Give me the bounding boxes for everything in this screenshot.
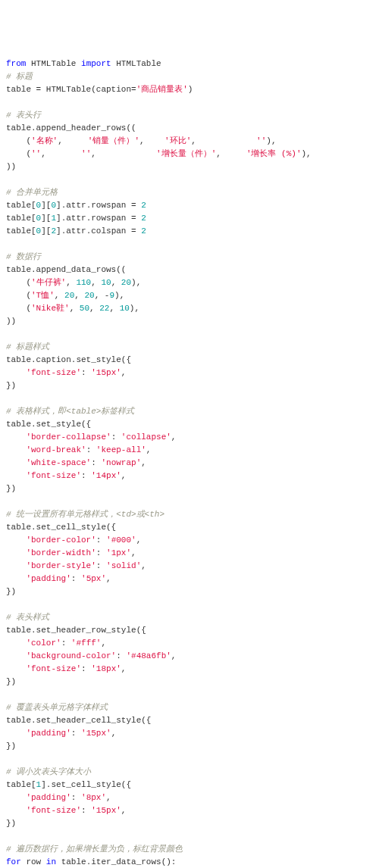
- code-token: # 标题样式: [6, 342, 49, 351]
- code-token: :: [111, 432, 121, 442]
- code-token: import: [81, 59, 111, 68]
- code-token: ][: [41, 201, 51, 210]
- code-token: :: [81, 806, 91, 815]
- code-token: '1px': [106, 548, 131, 557]
- code-token: ,: [171, 651, 177, 660]
- code-token: ),: [131, 278, 141, 287]
- code-token: 'word-break': [26, 445, 86, 454]
- code-token: table.set_style({: [6, 420, 91, 429]
- code-token: 20: [84, 291, 94, 300]
- code-token: [6, 432, 26, 442]
- code-token: (: [6, 149, 31, 158]
- code-token: ,: [101, 639, 106, 648]
- code-token: 'border-color': [26, 535, 96, 545]
- code-token: ),: [266, 136, 276, 145]
- code-token: [6, 368, 26, 377]
- code-token: 10: [120, 304, 130, 313]
- code-token: (: [6, 304, 31, 313]
- code-token: ].set_cell_style({: [41, 780, 131, 789]
- code-token: 'padding': [26, 793, 70, 802]
- code-token: table[: [6, 780, 36, 789]
- code-token: :: [81, 664, 91, 673]
- code-token: table[: [6, 214, 36, 223]
- code-token: }): [6, 484, 16, 493]
- code-token: [6, 729, 26, 738]
- code-token: 110: [76, 278, 91, 287]
- code-token: table.set_header_row_style({: [6, 626, 146, 635]
- code-token: [6, 471, 26, 480]
- code-token: ),: [301, 149, 311, 158]
- code-token: # 合并单元格: [6, 188, 58, 197]
- code-token: # 表头行: [6, 111, 41, 120]
- code-token: # 覆盖表头单元格字体样式: [6, 703, 108, 712]
- code-token: '#000': [106, 535, 136, 545]
- code-token: '销量（件）': [88, 136, 139, 145]
- code-token: ): [188, 85, 193, 94]
- code-token: 'border-collapse': [26, 432, 111, 442]
- code-token: )): [6, 317, 16, 326]
- code-token: ,: [139, 136, 164, 145]
- code-token: :: [61, 639, 71, 648]
- code-token: '增长量（件）': [156, 149, 216, 158]
- code-token: '5px': [81, 574, 106, 583]
- code-token: ].attr.rowspan =: [56, 201, 141, 210]
- code-token: '牛仔裤': [31, 278, 66, 287]
- code-token: 'border-style': [26, 561, 96, 570]
- code-token: ,: [141, 458, 146, 467]
- code-token: 'font-size': [26, 471, 81, 480]
- code-token: 10: [101, 278, 111, 287]
- code-token: }): [6, 742, 16, 751]
- code-token: table.set_header_cell_style({: [6, 716, 151, 725]
- code-token: ,: [141, 561, 146, 570]
- code-token: 'background-color': [26, 651, 116, 660]
- code-token: [6, 548, 26, 557]
- code-token: ,: [146, 445, 152, 454]
- code-token: from: [6, 59, 26, 68]
- code-token: 'padding': [26, 729, 70, 738]
- code-token: ,: [131, 548, 136, 557]
- code-token: :: [96, 561, 106, 570]
- code-token: ][: [41, 214, 51, 223]
- code-token: ,: [121, 368, 127, 377]
- code-token: ,: [106, 793, 111, 802]
- code-token: [6, 445, 26, 454]
- code-token: 22: [99, 304, 109, 313]
- code-token: '15px': [91, 806, 121, 815]
- code-token: ),: [130, 304, 139, 313]
- code-token: '15px': [81, 729, 111, 738]
- code-token: (: [6, 291, 31, 300]
- code-token: 'T恤': [31, 291, 55, 300]
- code-token: ,: [106, 574, 111, 583]
- code-token: 'collapse': [121, 432, 171, 442]
- code-token: table.caption.set_style({: [6, 355, 131, 364]
- code-token: :: [71, 729, 81, 738]
- code-token: [6, 561, 26, 570]
- code-token: ,: [70, 304, 80, 313]
- code-token: ,: [66, 278, 76, 287]
- code-token: 20: [64, 291, 74, 300]
- code-token: ,: [111, 729, 117, 738]
- code-block: from HTMLTable import HTMLTable # 标题 tab…: [6, 58, 373, 868]
- code-token: # 调小次表头字体大小: [6, 767, 91, 776]
- code-token: :: [96, 535, 106, 545]
- code-token: for: [6, 857, 21, 866]
- code-token: [6, 793, 26, 802]
- code-token: # 统一设置所有单元格样式，<td>或<th>: [6, 510, 164, 519]
- code-token: '': [81, 149, 91, 158]
- code-token: [6, 806, 26, 815]
- code-token: '8px': [81, 793, 106, 802]
- code-token: }): [6, 819, 16, 828]
- code-token: ,: [216, 149, 246, 158]
- code-token: '商品销量表': [136, 85, 188, 94]
- code-token: }): [6, 381, 16, 390]
- code-token: ,: [121, 471, 127, 480]
- code-token: 2: [141, 201, 146, 210]
- code-token: HTMLTable: [111, 59, 161, 68]
- code-token: table.set_cell_style({: [6, 523, 116, 532]
- code-token: ].attr.rowspan =: [56, 214, 141, 223]
- code-token: ,: [111, 278, 121, 287]
- code-token: ].attr.colspan =: [56, 226, 141, 236]
- code-token: # 遍历数据行，如果增长量为负，标红背景颜色: [6, 845, 183, 854]
- code-token: [6, 458, 26, 467]
- code-token: )): [6, 162, 16, 171]
